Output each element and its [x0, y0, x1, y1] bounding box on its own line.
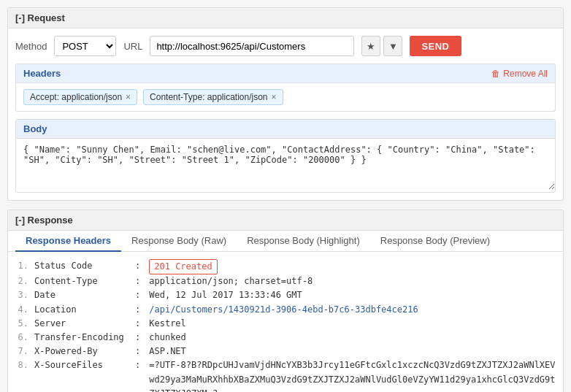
- header-tag-accept: Accept: application/json ×: [23, 89, 137, 105]
- response-line-5: 5. Server : Kestrel: [15, 317, 556, 331]
- star-button[interactable]: ★: [361, 36, 380, 56]
- trash-icon: 🗑: [491, 69, 500, 79]
- header-tag-content-type-label: Content-Type: application/json: [150, 92, 267, 102]
- header-tag-content-type: Content-Type: application/json ×: [143, 89, 283, 105]
- line-sep-8: :: [135, 358, 140, 392]
- page-wrapper: [-] Request Method POST GET PUT DELETE U…: [0, 0, 571, 392]
- tab-response-headers[interactable]: Response Headers: [15, 231, 121, 252]
- request-section-content: Method POST GET PUT DELETE URL ★ ▼ SEND: [8, 28, 563, 200]
- line-num-7: 7.: [15, 345, 28, 358]
- body-textarea[interactable]: { "Name": "Sunny Chen", Email: "schen@li…: [16, 139, 555, 190]
- header-tag-content-type-close[interactable]: ×: [272, 92, 277, 102]
- response-line-6: 6. Transfer-Encoding : chunked: [15, 331, 556, 345]
- send-button[interactable]: SEND: [410, 36, 461, 56]
- line-sep-6: :: [135, 331, 140, 345]
- headers-subsection-wrapper: Headers 🗑 Remove All Accept: application…: [15, 64, 556, 112]
- method-select[interactable]: POST GET PUT DELETE: [54, 36, 116, 56]
- response-line-2: 2. Content-Type : application/json; char…: [15, 274, 556, 288]
- tab-response-body-highlight[interactable]: Response Body (Highlight): [237, 231, 370, 252]
- line-sep-7: :: [135, 345, 140, 358]
- body-header: Body: [16, 120, 555, 139]
- response-line-8: 8. X-SourceFiles : =?UTF-8?B?RDpcUHJvamV…: [15, 358, 556, 392]
- line-val-x-powered: ASP.NET: [149, 345, 186, 358]
- response-section-header: [-] Response: [8, 210, 563, 231]
- line-val-server: Kestrel: [149, 317, 186, 331]
- line-val-transfer: chunked: [149, 331, 186, 345]
- response-line-1: 1. Status Code : 201 Created: [15, 259, 556, 274]
- line-key-x-source: X-SourceFiles: [34, 358, 129, 392]
- url-actions: ★ ▼: [361, 36, 402, 56]
- line-num-6: 6.: [15, 331, 28, 345]
- line-sep-4: :: [135, 303, 140, 317]
- line-val-x-source: =?UTF-8?B?RDpcUHJvamVjdHNcYXB3b3Jrcy11eG…: [149, 358, 556, 392]
- line-key-location: Location: [34, 303, 129, 317]
- line-num-5: 5.: [15, 317, 28, 331]
- response-line-7: 7. X-Powered-By : ASP.NET: [15, 345, 556, 358]
- line-num-8: 8.: [15, 358, 28, 392]
- line-num-2: 2.: [15, 274, 28, 288]
- response-content: 1. Status Code : 201 Created 2. Content-…: [8, 252, 563, 392]
- url-input[interactable]: [150, 36, 354, 56]
- line-sep-3: :: [135, 288, 140, 302]
- headers-subsection-content: Accept: application/json × Content-Type:…: [16, 83, 555, 111]
- line-key-date: Date: [34, 288, 129, 302]
- method-row: Method POST GET PUT DELETE URL ★ ▼ SEND: [15, 36, 556, 56]
- response-line-3: 3. Date : Wed, 12 Jul 2017 13:33:46 GMT: [15, 288, 556, 302]
- response-section-title: [-] Response: [15, 215, 73, 226]
- response-section: [-] Response Response Headers Response B…: [7, 210, 564, 392]
- line-sep-2: :: [135, 274, 140, 288]
- headers-subsection: Headers 🗑 Remove All Accept: application…: [15, 64, 556, 112]
- line-num-3: 3.: [15, 288, 28, 302]
- line-key-x-powered: X-Powered-By: [34, 345, 129, 358]
- line-sep-1: :: [135, 259, 140, 274]
- header-tag-accept-label: Accept: application/json: [30, 92, 122, 102]
- line-val-date: Wed, 12 Jul 2017 13:33:46 GMT: [149, 288, 302, 302]
- method-label: Method: [15, 41, 47, 52]
- body-subsection: Body { "Name": "Sunny Chen", Email: "sch…: [15, 119, 556, 193]
- line-num-4: 4.: [15, 303, 28, 317]
- request-section-header: [-] Request: [8, 8, 563, 28]
- remove-all-button[interactable]: 🗑 Remove All: [491, 69, 548, 79]
- remove-all-label: Remove All: [503, 69, 548, 79]
- line-key-status: Status Code: [34, 259, 129, 274]
- headers-title: Headers: [23, 68, 61, 79]
- line-sep-5: :: [135, 317, 140, 331]
- dropdown-button[interactable]: ▼: [383, 36, 402, 56]
- response-line-4: 4. Location : /api/Customers/1430921d-39…: [15, 303, 556, 317]
- tab-response-body-raw[interactable]: Response Body (Raw): [121, 231, 237, 252]
- header-tag-accept-close[interactable]: ×: [126, 92, 131, 102]
- line-val-content-type: application/json; charset=utf-8: [149, 274, 313, 288]
- url-label: URL: [123, 41, 142, 52]
- line-key-content-type: Content-Type: [34, 274, 129, 288]
- status-badge: 201 Created: [149, 259, 217, 274]
- request-section-title: [-] Request: [15, 12, 65, 23]
- line-key-server: Server: [34, 317, 129, 331]
- header-tags: Accept: application/json × Content-Type:…: [23, 89, 548, 105]
- request-section: [-] Request Method POST GET PUT DELETE U…: [7, 7, 564, 201]
- headers-subsection-header: Headers 🗑 Remove All: [16, 64, 555, 83]
- line-val-location: /api/Customers/1430921d-3906-4ebd-b7c6-3…: [149, 303, 418, 317]
- line-key-transfer: Transfer-Encoding: [34, 331, 129, 345]
- response-tabs: Response Headers Response Body (Raw) Res…: [8, 231, 563, 252]
- response-body-wrapper: 1. Status Code : 201 Created 2. Content-…: [8, 252, 563, 392]
- line-num-1: 1.: [15, 259, 28, 274]
- tab-response-body-preview[interactable]: Response Body (Preview): [370, 231, 500, 252]
